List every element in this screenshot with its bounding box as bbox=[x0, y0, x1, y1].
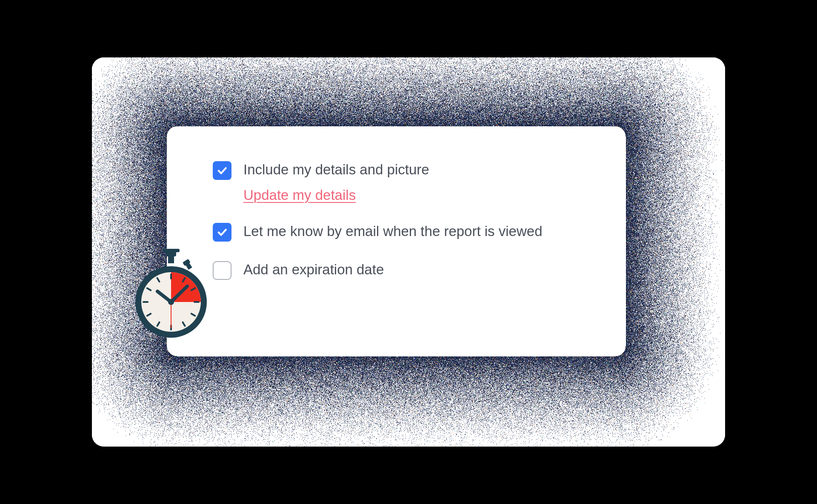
options-card: Include my details and picture Update my… bbox=[167, 126, 626, 356]
svg-point-22 bbox=[168, 299, 174, 305]
svg-rect-2 bbox=[168, 255, 174, 263]
svg-rect-1 bbox=[163, 249, 180, 252]
expiration-label: Add an expiration date bbox=[243, 260, 384, 279]
checkbox-include-details[interactable] bbox=[213, 161, 231, 180]
option-email-notify-row: Let me know by email when the report is … bbox=[213, 222, 583, 242]
email-notify-label: Let me know by email when the report is … bbox=[243, 222, 543, 241]
illustration-frame: Include my details and picture Update my… bbox=[92, 57, 725, 447]
include-details-label: Include my details and picture bbox=[243, 160, 429, 179]
checkbox-email-notify[interactable] bbox=[213, 223, 231, 242]
check-icon bbox=[216, 165, 228, 177]
include-details-label-col: Include my details and picture Update my… bbox=[243, 160, 429, 203]
update-details-link[interactable]: Update my details bbox=[243, 187, 356, 203]
stopwatch-icon bbox=[133, 249, 209, 342]
email-notify-label-col: Let me know by email when the report is … bbox=[243, 222, 543, 241]
checkbox-expiration[interactable] bbox=[213, 261, 231, 280]
expiration-label-col: Add an expiration date bbox=[243, 260, 384, 279]
option-expiration-row: Add an expiration date bbox=[213, 260, 583, 280]
option-include-details-row: Include my details and picture Update my… bbox=[213, 160, 583, 203]
check-icon bbox=[216, 226, 228, 238]
